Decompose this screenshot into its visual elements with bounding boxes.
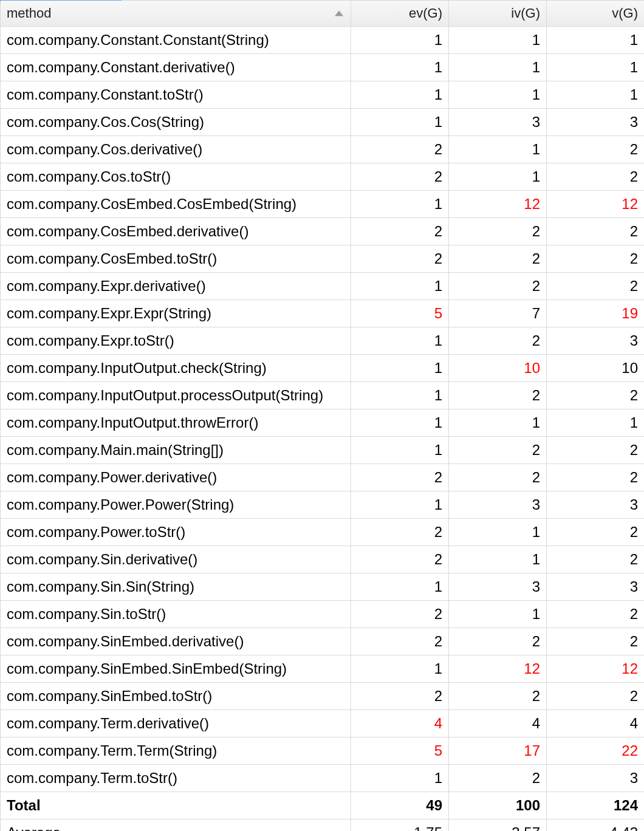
cell-iv: 12 <box>449 191 547 218</box>
cell-method: com.company.Term.derivative() <box>1 710 351 737</box>
table-row[interactable]: com.company.CosEmbed.CosEmbed(String)112… <box>1 191 645 218</box>
table-row[interactable]: com.company.Constant.toStr()111 <box>1 81 645 109</box>
cell-iv: 10 <box>449 355 547 382</box>
table-row[interactable]: com.company.Expr.derivative()122 <box>1 273 645 300</box>
cell-method: com.company.Constant.derivative() <box>1 54 351 81</box>
table-row[interactable]: com.company.CosEmbed.toStr()222 <box>1 245 645 273</box>
table-row[interactable]: com.company.InputOutput.processOutput(St… <box>1 382 645 409</box>
table-row[interactable]: com.company.SinEmbed.derivative()222 <box>1 628 645 655</box>
cell-method: com.company.Constant.toStr() <box>1 81 351 109</box>
cell-average-v: 4.43 <box>547 819 645 832</box>
cell-method: com.company.Cos.toStr() <box>1 163 351 191</box>
table-row[interactable]: com.company.Cos.toStr()212 <box>1 163 645 191</box>
cell-iv: 2 <box>449 327 547 355</box>
cell-total-label: Total <box>1 792 351 819</box>
table-row[interactable]: com.company.Expr.Expr(String)5719 <box>1 300 645 327</box>
cell-v: 3 <box>547 109 645 136</box>
cell-v: 3 <box>547 573 645 601</box>
cell-v: 2 <box>547 628 645 655</box>
table-row[interactable]: com.company.InputOutput.throwError()111 <box>1 409 645 437</box>
cell-ev: 1 <box>351 327 449 355</box>
cell-iv: 2 <box>449 382 547 409</box>
cell-ev: 1 <box>351 355 449 382</box>
cell-iv: 2 <box>449 765 547 792</box>
cell-method: com.company.CosEmbed.derivative() <box>1 218 351 245</box>
cell-ev: 1 <box>351 27 449 54</box>
header-v[interactable]: v(G) <box>547 1 645 27</box>
cell-ev: 1 <box>351 109 449 136</box>
cell-ev: 1 <box>351 491 449 519</box>
cell-v: 19 <box>547 300 645 327</box>
cell-method: com.company.Sin.toStr() <box>1 601 351 628</box>
cell-ev: 1 <box>351 765 449 792</box>
table-row[interactable]: com.company.Power.Power(String)133 <box>1 491 645 519</box>
cell-method: com.company.Power.Power(String) <box>1 491 351 519</box>
cell-v: 3 <box>547 327 645 355</box>
table-row[interactable]: com.company.Sin.Sin(String)133 <box>1 573 645 601</box>
cell-iv: 1 <box>449 519 547 546</box>
table-row[interactable]: com.company.SinEmbed.toStr()222 <box>1 683 645 710</box>
cell-iv: 1 <box>449 27 547 54</box>
cell-iv: 3 <box>449 109 547 136</box>
cell-ev: 2 <box>351 136 449 163</box>
header-iv[interactable]: iv(G) <box>449 1 547 27</box>
sort-asc-icon <box>335 11 343 16</box>
cell-iv: 1 <box>449 601 547 628</box>
cell-v: 2 <box>547 163 645 191</box>
cell-ev: 5 <box>351 300 449 327</box>
table-row[interactable]: com.company.Constant.Constant(String)111 <box>1 27 645 54</box>
header-ev[interactable]: ev(G) <box>351 1 449 27</box>
cell-ev: 2 <box>351 519 449 546</box>
cell-iv: 3 <box>449 573 547 601</box>
table-row[interactable]: com.company.InputOutput.check(String)110… <box>1 355 645 382</box>
cell-iv: 2 <box>449 628 547 655</box>
table-row[interactable]: com.company.CosEmbed.derivative()222 <box>1 218 645 245</box>
table-row[interactable]: com.company.Term.Term(String)51722 <box>1 737 645 765</box>
cell-ev: 2 <box>351 546 449 573</box>
table-row[interactable]: com.company.Sin.toStr()212 <box>1 601 645 628</box>
cell-method: com.company.CosEmbed.toStr() <box>1 245 351 273</box>
cell-iv: 4 <box>449 710 547 737</box>
cell-method: com.company.Term.toStr() <box>1 765 351 792</box>
table-row[interactable]: com.company.SinEmbed.SinEmbed(String)112… <box>1 655 645 683</box>
table-row[interactable]: com.company.Constant.derivative()111 <box>1 54 645 81</box>
cell-ev: 1 <box>351 191 449 218</box>
table-row[interactable]: com.company.Cos.Cos(String)133 <box>1 109 645 136</box>
cell-ev: 1 <box>351 409 449 437</box>
cell-method: com.company.InputOutput.processOutput(St… <box>1 382 351 409</box>
cell-method: com.company.InputOutput.check(String) <box>1 355 351 382</box>
table-row[interactable]: com.company.Expr.toStr()123 <box>1 327 645 355</box>
cell-iv: 1 <box>449 54 547 81</box>
cell-average-ev: 1.75 <box>351 819 449 832</box>
cell-iv: 1 <box>449 409 547 437</box>
cell-v: 3 <box>547 765 645 792</box>
table-row[interactable]: com.company.Term.toStr()123 <box>1 765 645 792</box>
cell-average-iv: 3.57 <box>449 819 547 832</box>
header-method[interactable]: method <box>1 1 351 27</box>
cell-iv: 2 <box>449 273 547 300</box>
table-row[interactable]: com.company.Term.derivative()444 <box>1 710 645 737</box>
cell-method: com.company.SinEmbed.toStr() <box>1 683 351 710</box>
cell-v: 10 <box>547 355 645 382</box>
cell-iv: 1 <box>449 163 547 191</box>
cell-method: com.company.Expr.Expr(String) <box>1 300 351 327</box>
table-row[interactable]: com.company.Power.derivative()222 <box>1 464 645 491</box>
cell-iv: 2 <box>449 218 547 245</box>
cell-iv: 1 <box>449 81 547 109</box>
table-row[interactable]: com.company.Sin.derivative()212 <box>1 546 645 573</box>
cell-ev: 2 <box>351 628 449 655</box>
table-row[interactable]: com.company.Power.toStr()212 <box>1 519 645 546</box>
cell-v: 12 <box>547 655 645 683</box>
cell-method: com.company.Sin.derivative() <box>1 546 351 573</box>
cell-ev: 2 <box>351 218 449 245</box>
cell-ev: 1 <box>351 54 449 81</box>
metrics-table: method ev(G) iv(G) v(G) com.company.Cons… <box>0 0 644 831</box>
cell-v: 2 <box>547 437 645 464</box>
cell-v: 1 <box>547 81 645 109</box>
cell-ev: 4 <box>351 710 449 737</box>
cell-ev: 1 <box>351 573 449 601</box>
table-row[interactable]: com.company.Cos.derivative()212 <box>1 136 645 163</box>
cell-v: 2 <box>547 136 645 163</box>
table-row[interactable]: com.company.Main.main(String[])122 <box>1 437 645 464</box>
cell-iv: 1 <box>449 546 547 573</box>
